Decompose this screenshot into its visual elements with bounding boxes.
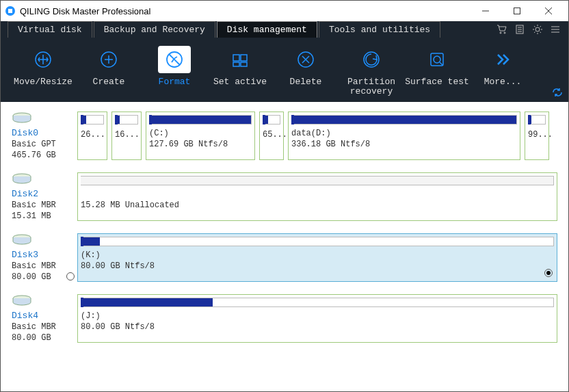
disk-name: Disk3 <box>12 250 77 260</box>
surface-test-label: Surface test <box>405 77 469 87</box>
svg-rect-22 <box>241 62 247 66</box>
menubar: Virtual disk Backup and Recovery Disk ma… <box>1 21 568 38</box>
delete-button[interactable]: Delete <box>273 46 339 87</box>
create-button[interactable]: Create <box>76 46 142 87</box>
move-resize-button[interactable]: Move/Resize <box>10 46 76 87</box>
format-button[interactable]: Format <box>142 46 207 87</box>
format-label: Format <box>159 77 191 87</box>
disk-header-4[interactable]: Disk4 Basic MBR 80.00 GB <box>12 294 77 343</box>
svg-point-26 <box>434 56 440 63</box>
svg-point-6 <box>500 32 501 34</box>
disk-radio[interactable] <box>66 272 75 280</box>
disk-icon <box>12 294 32 308</box>
partition[interactable]: 16... <box>111 112 142 160</box>
svg-rect-19 <box>233 55 239 61</box>
more-icon <box>486 46 519 73</box>
more-button[interactable]: More... <box>470 46 535 87</box>
refresh-icon[interactable] <box>552 88 563 99</box>
disk-icon <box>12 233 32 247</box>
set-active-label: Set active <box>213 77 267 87</box>
partition-info: 336.18 GB Ntfs/8 <box>291 140 517 149</box>
disk-row-4: Disk4 Basic MBR 80.00 GB (J:) 80.00 GB N… <box>12 294 557 343</box>
disk-header-2[interactable]: Disk2 Basic MBR 15.31 MB <box>12 172 77 221</box>
disk-size: 80.00 GB <box>12 333 77 343</box>
partition-info: 99... <box>528 130 546 140</box>
disk-type: Basic MBR <box>12 322 77 332</box>
partition-recovery-label: Partitionrecovery <box>347 77 395 96</box>
disk-type: Basic MBR <box>12 261 77 271</box>
move-resize-label: Move/Resize <box>14 77 72 87</box>
more-label: More... <box>484 77 522 87</box>
close-button[interactable] <box>533 1 564 21</box>
partition[interactable]: 65... <box>259 112 284 160</box>
partition-info: 15.28 MB Unallocated <box>81 200 554 210</box>
partition-j[interactable]: (J:) 80.00 GB Ntfs/8 <box>77 294 557 343</box>
create-icon <box>92 46 125 73</box>
partition-unallocated[interactable]: 15.28 MB Unallocated <box>77 172 557 221</box>
partition-info: 80.00 GB Ntfs/8 <box>81 322 554 332</box>
disk-icon <box>12 112 32 125</box>
disk-list: Disk0 Basic GPT 465.76 GB 26... 16... (C… <box>1 102 568 365</box>
window-title: QILING Disk Master Professional <box>20 6 470 16</box>
cart-icon[interactable] <box>493 21 511 38</box>
disk-name: Disk2 <box>12 189 77 199</box>
svg-rect-20 <box>241 55 247 61</box>
disk-size: 15.31 MB <box>12 211 77 221</box>
toolbar: Move/Resize Create Format Set active Del… <box>1 38 568 102</box>
svg-point-7 <box>504 32 505 34</box>
partition-name: (C:) <box>149 129 252 138</box>
set-active-icon <box>224 46 256 73</box>
partition[interactable]: 26... <box>77 112 107 160</box>
disk-header-3[interactable]: Disk3 Basic MBR 80.00 GB <box>12 233 77 282</box>
partition-k[interactable]: (K:) 80.00 GB Ntfs/8 <box>77 233 557 282</box>
titlebar: QILING Disk Master Professional <box>1 1 568 21</box>
tab-tools-utilities[interactable]: Tools and utilities <box>319 21 440 38</box>
svg-rect-1 <box>8 9 12 13</box>
app-logo-icon <box>5 5 16 16</box>
partition-recovery-button[interactable]: Partitionrecovery <box>339 46 404 96</box>
partition[interactable]: 99... <box>525 112 549 160</box>
partition-c[interactable]: (C:)127.69 GB Ntfs/8 <box>146 112 255 160</box>
svg-point-12 <box>535 27 540 31</box>
partition-info: 16... <box>115 130 138 140</box>
disk-row-3: Disk3 Basic MBR 80.00 GB (K:) 80.00 GB N… <box>12 233 557 282</box>
disk-type: Basic GPT <box>12 140 77 149</box>
partition-info: 127.69 GB Ntfs/8 <box>149 140 252 149</box>
tab-virtual-disk[interactable]: Virtual disk <box>8 21 92 38</box>
settings-icon[interactable] <box>529 21 546 38</box>
disk-size: 80.00 GB <box>12 272 51 282</box>
partition-d[interactable]: data(D:)336.18 GB Ntfs/8 <box>288 112 520 160</box>
partition-info: 26... <box>81 130 104 140</box>
minimize-button[interactable] <box>470 1 501 21</box>
disk-type: Basic MBR <box>12 200 77 210</box>
menu-icon[interactable] <box>546 21 564 38</box>
svg-rect-3 <box>514 8 520 14</box>
disk-row-0: Disk0 Basic GPT 465.76 GB 26... 16... (C… <box>12 112 557 160</box>
disk-name: Disk0 <box>12 128 77 138</box>
partition-selected-radio[interactable] <box>544 269 553 277</box>
disk-size: 465.76 GB <box>12 151 77 160</box>
disk-row-2: Disk2 Basic MBR 15.31 MB 15.28 MB Unallo… <box>12 172 557 221</box>
delete-icon <box>289 46 322 73</box>
partition-name: (J:) <box>81 311 554 321</box>
tab-disk-management[interactable]: Disk management <box>217 21 317 38</box>
create-label: Create <box>93 77 125 87</box>
svg-rect-21 <box>233 62 239 66</box>
set-active-button[interactable]: Set active <box>207 46 273 87</box>
maximize-button[interactable] <box>501 1 533 21</box>
partition-recovery-icon <box>355 46 388 73</box>
move-resize-icon <box>27 46 59 73</box>
partition-info: 65... <box>263 130 280 140</box>
disk-name: Disk4 <box>12 311 77 321</box>
surface-test-button[interactable]: Surface test <box>404 46 470 87</box>
disk-header-0[interactable]: Disk0 Basic GPT 465.76 GB <box>12 112 77 160</box>
tab-backup-recovery[interactable]: Backup and Recovery <box>94 21 215 38</box>
surface-test-icon <box>421 46 453 73</box>
partition-name: (K:) <box>81 250 554 260</box>
partition-name: data(D:) <box>291 129 517 138</box>
disk-icon <box>12 172 32 186</box>
log-icon[interactable] <box>511 21 529 38</box>
delete-label: Delete <box>290 77 322 87</box>
format-icon <box>158 46 191 73</box>
partition-info: 80.00 GB Ntfs/8 <box>81 261 554 271</box>
